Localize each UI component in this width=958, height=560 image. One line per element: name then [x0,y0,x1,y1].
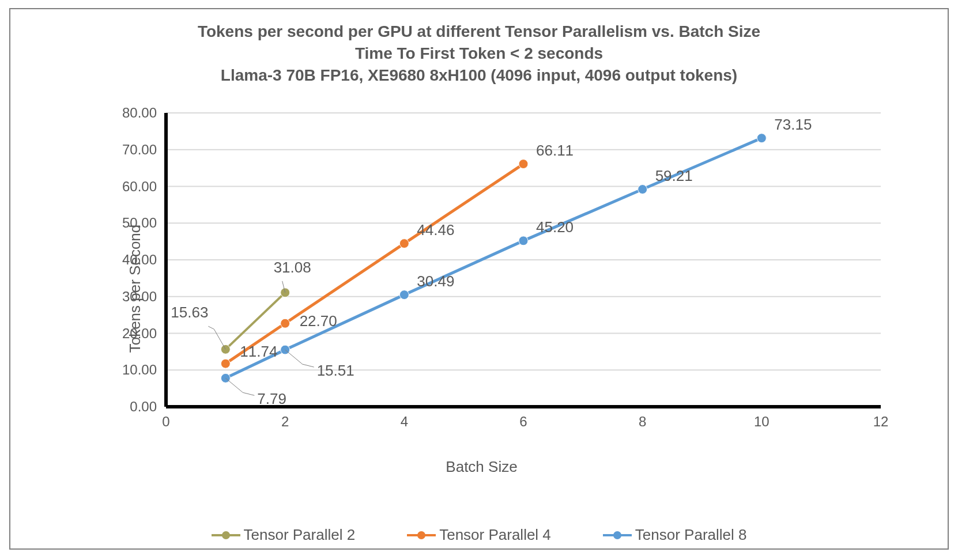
x-axis-label: Batch Size [68,458,895,476]
svg-text:31.08: 31.08 [274,259,311,276]
svg-text:4: 4 [401,414,408,429]
svg-point-31 [399,239,409,248]
legend: Tensor Parallel 2 Tensor Parallel 4 Tens… [10,526,948,544]
svg-text:22.70: 22.70 [300,312,337,330]
svg-text:11.74: 11.74 [240,343,277,360]
title-line-3: Llama-3 70B FP16, XE9680 8xH100 (4096 in… [10,65,948,86]
svg-text:10: 10 [754,414,770,429]
svg-point-29 [221,359,230,368]
svg-point-38 [757,134,766,143]
legend-swatch-tp8 [603,534,632,536]
legend-swatch-tp4 [407,534,436,536]
legend-item-tp4: Tensor Parallel 4 [407,526,551,544]
svg-text:20.00: 20.00 [122,326,157,341]
chart-svg: 0.0010.0020.0030.0040.0050.0060.0070.008… [103,107,892,441]
svg-text:40.00: 40.00 [122,252,157,267]
svg-text:15.63: 15.63 [171,304,208,321]
svg-text:12: 12 [873,414,889,429]
svg-text:15.51: 15.51 [317,362,354,379]
svg-text:60.00: 60.00 [122,179,157,194]
legend-label-tp2: Tensor Parallel 2 [244,526,356,544]
legend-item-tp8: Tensor Parallel 8 [603,526,747,544]
chart-title: Tokens per second per GPU at different T… [10,9,948,86]
svg-text:2: 2 [281,414,289,429]
legend-swatch-tp2 [212,534,240,536]
svg-text:8: 8 [639,414,646,429]
legend-item-tp2: Tensor Parallel 2 [212,526,356,544]
svg-text:50.00: 50.00 [122,215,157,230]
svg-point-35 [399,290,409,300]
svg-point-36 [519,236,528,245]
svg-point-37 [638,185,647,194]
svg-text:10.00: 10.00 [122,362,157,377]
svg-text:70.00: 70.00 [122,142,157,157]
legend-label-tp4: Tensor Parallel 4 [439,526,551,544]
svg-text:6: 6 [519,414,527,429]
svg-point-33 [221,373,230,383]
title-line-1: Tokens per second per GPU at different T… [10,21,948,43]
svg-text:66.11: 66.11 [536,142,574,159]
chart-container: Tokens per second per GPU at different T… [9,8,949,550]
svg-point-30 [281,319,290,328]
svg-text:7.79: 7.79 [257,390,286,407]
svg-text:45.20: 45.20 [536,218,574,236]
plot-area: Tokens per Second 0.0010.0020.0030.0040.… [68,107,895,470]
svg-text:30.49: 30.49 [417,273,454,290]
svg-text:44.46: 44.46 [417,221,454,239]
svg-text:0.00: 0.00 [130,399,157,414]
legend-label-tp8: Tensor Parallel 8 [635,526,747,544]
svg-point-32 [519,160,528,169]
svg-text:0: 0 [162,414,169,429]
svg-text:59.21: 59.21 [655,167,693,184]
svg-text:30.00: 30.00 [122,289,157,304]
svg-text:80.00: 80.00 [122,107,157,120]
svg-text:73.15: 73.15 [774,116,812,133]
title-line-2: Time To First Token < 2 seconds [10,43,948,65]
